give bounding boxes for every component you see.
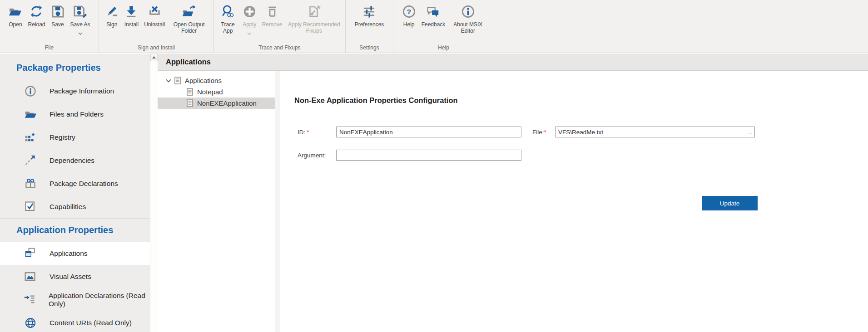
sidebar-item-files-and-folders[interactable]: Files and Folders — [0, 103, 150, 126]
ribbon-group-file: Open Reload Save Save As — [0, 0, 99, 53]
preferences-sliders-icon — [362, 3, 376, 20]
triangle-up-icon — [152, 56, 156, 59]
declarations-list-icon — [24, 293, 36, 307]
ribbon-group-label-file: File — [0, 44, 99, 53]
content-area: Applications Applications Notepad — [158, 54, 868, 332]
save-as-button[interactable]: Save As — [68, 3, 93, 31]
file-field[interactable] — [556, 127, 745, 137]
page-title: Applications — [158, 54, 868, 71]
tree-node-nonexeapplication[interactable]: NonEXEApplication — [158, 98, 275, 109]
file-field-wrap: ... — [555, 127, 755, 137]
trace-app-icon — [221, 3, 235, 20]
sidebar-item-applications[interactable]: Applications — [0, 242, 150, 265]
reload-button[interactable]: Reload — [25, 3, 48, 28]
id-field[interactable] — [336, 127, 521, 137]
sidebar: Package Properties Package Information F… — [0, 54, 150, 332]
svg-text:?: ? — [407, 7, 411, 15]
install-button[interactable]: Install — [122, 3, 141, 28]
sidebar-item-package-information[interactable]: Package Information — [0, 79, 150, 103]
ribbon-group-label-settings: Settings — [346, 44, 393, 53]
dependencies-arrow-icon — [24, 154, 37, 167]
app-windows-icon — [24, 247, 37, 260]
panel-separator — [275, 71, 280, 332]
install-arrow-icon — [124, 3, 138, 20]
preferences-button[interactable]: Preferences — [352, 3, 387, 28]
globe-icon — [24, 316, 37, 330]
sidebar-heading-package-properties: Package Properties — [0, 54, 150, 79]
trace-app-button[interactable]: Trace App — [216, 3, 240, 34]
argument-field-label: Argument: — [298, 150, 326, 161]
ribbon-group-settings: Preferences Settings — [346, 0, 393, 53]
sign-button[interactable]: Sign — [102, 3, 122, 28]
ribbon-spacer — [494, 0, 868, 53]
recommended-fixups-icon — [307, 3, 321, 20]
remove-trash-icon — [266, 3, 279, 20]
sidebar-item-capabilities[interactable]: Capabilities — [0, 195, 150, 218]
feedback-bubbles-icon — [426, 3, 441, 20]
sidebar-heading-application-properties: Application Properties — [0, 219, 150, 242]
image-icon — [24, 270, 37, 283]
reload-icon — [30, 3, 43, 20]
sidebar-item-package-declarations[interactable]: Package Declarations — [0, 172, 150, 195]
tree-item-doc-icon — [174, 77, 181, 84]
sidebar-item-registry[interactable]: Registry — [0, 126, 150, 149]
save-as-icon — [73, 3, 88, 20]
applications-tree: Applications Notepad NonEXEApplication — [158, 71, 275, 332]
file-field-label: File:* — [532, 127, 546, 138]
update-button[interactable]: Update — [702, 196, 758, 210]
uninstall-x-icon — [148, 3, 162, 20]
ribbon-group-help: ? Help Feedback About MSIX Editor Help — [393, 0, 494, 53]
tree-item-doc-icon — [187, 99, 193, 107]
help-button[interactable]: ? Help — [399, 3, 419, 28]
sidebar-item-visual-assets[interactable]: Visual Assets — [0, 265, 150, 288]
scrollbar-up-button[interactable] — [150, 54, 158, 61]
chevron-down-icon[interactable] — [78, 29, 83, 31]
id-field-label: ID:* — [298, 127, 309, 138]
form-title: Non-Exe Application Properties Configura… — [294, 96, 458, 105]
apply-plus-icon — [243, 3, 257, 20]
tree-item-doc-icon — [187, 88, 193, 96]
uninstall-button[interactable]: Uninstall — [141, 3, 168, 28]
save-button[interactable]: Save — [48, 3, 68, 28]
ribbon-group-label-sign-install: Sign and Install — [99, 44, 213, 53]
ribbon-toolbar: Open Reload Save Save As — [0, 0, 868, 53]
about-msix-editor-button[interactable]: About MSIX Editor — [448, 3, 488, 34]
gift-box-icon — [24, 177, 37, 190]
ribbon-group-label-trace-fixups: Trace and Fixups — [214, 44, 345, 53]
help-question-icon: ? — [402, 3, 416, 20]
sidebar-scrollbar[interactable] — [150, 54, 158, 332]
feedback-button[interactable]: Feedback — [419, 3, 448, 28]
registry-blocks-icon — [24, 131, 37, 144]
argument-field[interactable] — [336, 150, 521, 161]
properties-form: Non-Exe Application Properties Configura… — [280, 71, 868, 332]
apply-recommended-fixups-button[interactable]: Apply Recommended Fixups — [285, 3, 343, 34]
sign-pencil-icon — [105, 3, 119, 20]
chevron-down-icon[interactable] — [166, 79, 171, 83]
sidebar-item-application-declarations[interactable]: Application Declarations (Read Only) — [0, 288, 150, 311]
ribbon-group-label-help: Help — [393, 44, 494, 53]
folder-icon — [24, 107, 37, 121]
sidebar-item-dependencies[interactable]: Dependencies — [0, 149, 150, 172]
checkbox-check-icon — [24, 200, 37, 214]
tree-node-applications[interactable]: Applications — [158, 75, 275, 86]
open-folder-icon — [8, 3, 22, 20]
apply-button[interactable]: Apply — [240, 3, 259, 31]
open-button[interactable]: Open — [5, 3, 25, 28]
sidebar-item-content-uris[interactable]: Content URIs (Read Only) — [0, 311, 150, 332]
remove-button[interactable]: Remove — [259, 3, 285, 28]
info-circle-icon — [24, 84, 37, 98]
chevron-down-icon — [247, 29, 252, 31]
browse-button[interactable]: ... — [745, 127, 754, 137]
tree-node-notepad[interactable]: Notepad — [158, 86, 275, 98]
save-icon — [51, 3, 65, 20]
ribbon-group-sign-install: Sign Install Uninstall Open Output Folde… — [99, 0, 214, 53]
ribbon-group-trace-fixups: Trace App Apply Remove — [214, 0, 346, 53]
open-output-folder-button[interactable]: Open Output Folder — [168, 3, 210, 34]
open-output-folder-icon — [182, 3, 196, 20]
about-info-icon — [461, 3, 475, 20]
